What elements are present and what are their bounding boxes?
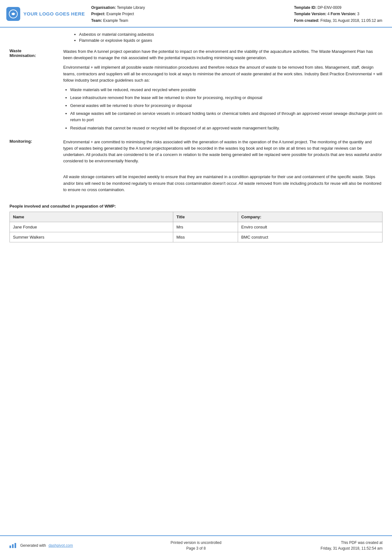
- top-bullets-list: Asbestos or material containing asbestos…: [73, 32, 383, 43]
- table-header-row: Name Title Company:: [10, 212, 383, 222]
- org-label: Organisation:: [91, 5, 116, 10]
- list-item: Lease infrastructure removed from the le…: [70, 95, 383, 101]
- dashpivot-link[interactable]: dashpivot.com: [48, 543, 73, 548]
- form-version-label: Form Version:: [331, 12, 356, 16]
- waste-minimisation-content: Wastes from the A tunnel project operati…: [63, 48, 383, 134]
- template-id-value: DP-ENV-0009: [317, 5, 341, 10]
- form-created-label: Form created:: [294, 18, 319, 23]
- template-id-label: Template ID:: [294, 5, 316, 10]
- list-item: Waste materials will be reduced, reused …: [70, 87, 383, 93]
- project-line: Project: Example Project: [91, 11, 288, 17]
- list-item: General wastes will be returned to shore…: [70, 103, 383, 109]
- project-value: Example Project: [107, 12, 134, 16]
- col-name-header: Name: [10, 212, 173, 222]
- monitoring-paragraph-2: All waste storage containers will be ins…: [63, 174, 383, 193]
- list-item: Residual materials that cannot be reused…: [70, 125, 383, 131]
- top-bullets-section: Asbestos or material containing asbestos…: [9, 28, 383, 48]
- page-header: YOUR LOGO GOES HERE Organisation: Templa…: [0, 0, 392, 28]
- generated-text: Generated with: [20, 543, 46, 548]
- col-title-header: Title: [173, 212, 238, 222]
- header-meta-right: Template ID: DP-ENV-0009 Template Versio…: [294, 4, 383, 24]
- logo-icon: [6, 7, 20, 21]
- people-section: People involved and consulted in prepara…: [9, 201, 383, 249]
- main-content: Asbestos or material containing asbestos…: [0, 28, 392, 249]
- org-value: Template Library: [117, 5, 145, 10]
- form-created-value: Friday, 31 August 2018, 11:05:12 am: [320, 18, 382, 23]
- logo-area: YOUR LOGO GOES HERE: [6, 4, 85, 24]
- waste-minimisation-label: WasteMinimisation:: [9, 48, 63, 134]
- logo-text: YOUR LOGO GOES HERE: [23, 11, 85, 16]
- monitoring-section: Monitoring: Environmental + are committe…: [9, 139, 383, 196]
- template-id-line: Template ID: DP-ENV-0009: [294, 4, 383, 11]
- team-label: Team:: [91, 18, 102, 23]
- waste-minimisation-section: WasteMinimisation: Wastes from the A tun…: [9, 48, 383, 134]
- people-heading: People involved and consulted in prepara…: [9, 204, 383, 209]
- footer-uncontrolled-text: Printed version is uncontrolled: [134, 540, 258, 546]
- table-row: Summer Walkers Miss BMC construct: [10, 232, 383, 242]
- col-company-header: Company:: [238, 212, 383, 222]
- footer-pdf-created-date: Friday, 31 August 2018, 11:52:54 am: [258, 546, 383, 551]
- person-name: Summer Walkers: [10, 232, 173, 242]
- footer-center: Printed version is uncontrolled Page 3 o…: [134, 540, 258, 551]
- form-version-value: 3: [357, 12, 359, 16]
- footer-page-number: Page 3 of 8: [134, 546, 258, 551]
- footer-right: This PDF was created at Friday, 31 Augus…: [258, 540, 383, 551]
- list-item: All sewage wastes will be contained on s…: [70, 110, 383, 123]
- waste-paragraph-1: Wastes from the A tunnel project operati…: [63, 48, 383, 61]
- person-company: BMC construct: [238, 232, 383, 242]
- people-table-header: Name Title Company:: [10, 212, 383, 222]
- page-footer: Generated with dashpivot.com Printed ver…: [0, 535, 392, 555]
- team-line: Team: Example Team: [91, 17, 288, 24]
- template-version-line: Template Version: 4 Form Version: 3: [294, 11, 383, 17]
- list-item: Asbestos or material containing asbestos: [79, 32, 383, 37]
- people-table: Name Title Company: Jane Fondue Mrs Envi…: [9, 212, 383, 242]
- footer-pdf-created-label: This PDF was created at: [258, 540, 383, 546]
- template-version-label: Template Version:: [294, 12, 326, 16]
- person-title: Mrs: [173, 222, 238, 232]
- footer-left: Generated with dashpivot.com: [9, 543, 134, 548]
- monitoring-paragraph-1: Environmental + are committed to minimis…: [63, 139, 383, 165]
- waste-bullets-list: Waste materials will be reduced, reused …: [63, 87, 383, 131]
- dashpivot-icon: [9, 543, 16, 548]
- form-created-line: Form created: Friday, 31 August 2018, 11…: [294, 17, 383, 24]
- list-item: Flammable or explosive liquids or gases: [79, 38, 383, 43]
- person-company: Enviro consult: [238, 222, 383, 232]
- monitoring-label: Monitoring:: [9, 139, 63, 196]
- people-table-body: Jane Fondue Mrs Enviro consult Summer Wa…: [10, 222, 383, 242]
- monitoring-content: Environmental + are committed to minimis…: [63, 139, 383, 196]
- project-label: Project:: [91, 12, 106, 16]
- org-line: Organisation: Template Library: [91, 4, 288, 11]
- person-title: Miss: [173, 232, 238, 242]
- table-row: Jane Fondue Mrs Enviro consult: [10, 222, 383, 232]
- template-version-value: 4: [328, 12, 330, 16]
- header-meta-center: Organisation: Template Library Project: …: [91, 4, 288, 24]
- waste-paragraph-2: Environmental + will implement all possi…: [63, 64, 383, 83]
- team-value: Example Team: [103, 18, 128, 23]
- person-name: Jane Fondue: [10, 222, 173, 232]
